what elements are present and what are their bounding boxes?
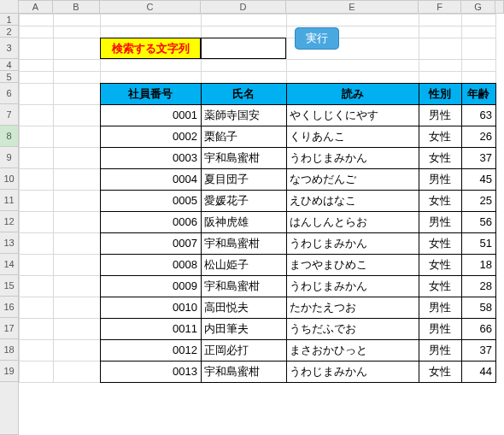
table-cell-name[interactable]: 宇和島蜜柑 [201,147,286,168]
table-cell-name[interactable]: 高田悦夫 [201,297,286,318]
search-input-cell[interactable] [201,38,286,59]
table-cell-gender[interactable]: 男性 [419,318,461,339]
column-header-G[interactable]: G [461,0,495,14]
table-cell-age[interactable]: 26 [461,126,495,147]
table-cell-age[interactable]: 51 [461,232,495,254]
search-input[interactable] [205,38,282,58]
row-header-11[interactable]: 11 [0,190,19,211]
table-cell-id[interactable]: 0009 [100,275,201,297]
table-cell-id[interactable]: 0007 [100,232,201,254]
table-cell-age[interactable]: 28 [461,275,495,297]
table-cell-age[interactable]: 37 [461,147,495,168]
table-cell-gender[interactable]: 男性 [419,339,461,361]
table-cell-age[interactable]: 37 [461,339,495,361]
column-header-A[interactable]: A [19,0,53,14]
table-cell-reading[interactable]: えひめはなこ [286,190,419,211]
table-cell-id[interactable]: 0010 [100,297,201,318]
row-header-5[interactable]: 5 [0,71,19,83]
table-cell-name[interactable]: 宇和島蜜柑 [201,232,286,254]
row-header-4[interactable]: 4 [0,59,19,71]
table-cell-reading[interactable]: やくしじくにやす [286,104,419,126]
column-header-B[interactable]: B [53,0,100,14]
row-header-16[interactable]: 16 [0,297,19,318]
table-cell-reading[interactable]: うちだふでお [286,318,419,339]
table-cell-name[interactable]: 正岡必打 [201,339,286,361]
table-cell-gender[interactable]: 男性 [419,168,461,190]
row-header-3[interactable]: 3 [0,38,19,59]
table-cell-id[interactable]: 0002 [100,126,201,147]
table-cell-name[interactable]: 宇和島蜜柑 [201,275,286,297]
table-cell-reading[interactable]: たかたえつお [286,297,419,318]
table-header-id[interactable]: 社員番号 [100,83,201,104]
table-header-age[interactable]: 年齢 [461,83,495,104]
table-cell-age[interactable]: 45 [461,168,495,190]
table-cell-reading[interactable]: まさおかひっと [286,339,419,361]
table-header-reading[interactable]: 読み [286,83,419,104]
column-header-E[interactable]: E [286,0,419,14]
row-header-17[interactable]: 17 [0,318,19,339]
table-cell-gender[interactable]: 女性 [419,190,461,211]
table-cell-id[interactable]: 0011 [100,318,201,339]
column-header-C[interactable]: C [100,0,201,14]
table-cell-name[interactable]: 内田筆夫 [201,318,286,339]
table-cell-age[interactable]: 58 [461,297,495,318]
table-cell-reading[interactable]: くりあんこ [286,126,419,147]
table-cell-id[interactable]: 0004 [100,168,201,190]
table-cell-reading[interactable]: まつやまひめこ [286,254,419,275]
table-cell-age[interactable]: 44 [461,361,495,382]
row-header-2[interactable]: 2 [0,26,19,38]
table-cell-gender[interactable]: 男性 [419,211,461,232]
table-cell-name[interactable]: 松山姫子 [201,254,286,275]
table-cell-id[interactable]: 0005 [100,190,201,211]
row-header-1[interactable]: 1 [0,14,19,26]
table-cell-gender[interactable]: 女性 [419,275,461,297]
row-header-15[interactable]: 15 [0,275,19,297]
table-cell-reading[interactable]: うわじまみかん [286,361,419,382]
table-cell-name[interactable]: 宇和島蜜柑 [201,361,286,382]
row-header-7[interactable]: 7 [0,104,19,126]
table-cell-gender[interactable]: 女性 [419,232,461,254]
table-header-gender[interactable]: 性別 [419,83,461,104]
table-cell-reading[interactable]: なつめだんご [286,168,419,190]
table-cell-name[interactable]: 薬師寺国安 [201,104,286,126]
column-header-D[interactable]: D [201,0,286,14]
table-cell-id[interactable]: 0006 [100,211,201,232]
table-cell-id[interactable]: 0008 [100,254,201,275]
table-cell-id[interactable]: 0003 [100,147,201,168]
row-header-8[interactable]: 8 [0,126,19,147]
table-cell-gender[interactable]: 女性 [419,361,461,382]
table-cell-name[interactable]: 愛媛花子 [201,190,286,211]
table-cell-gender[interactable]: 女性 [419,126,461,147]
table-cell-gender[interactable]: 男性 [419,104,461,126]
table-cell-age[interactable]: 63 [461,104,495,126]
column-header-F[interactable]: F [419,0,461,14]
table-cell-reading[interactable]: うわじまみかん [286,232,419,254]
row-header-14[interactable]: 14 [0,254,19,275]
table-cell-reading[interactable]: うわじまみかん [286,275,419,297]
row-header-13[interactable]: 13 [0,232,19,254]
table-cell-gender[interactable]: 女性 [419,147,461,168]
table-cell-age[interactable]: 18 [461,254,495,275]
table-cell-name[interactable]: 栗餡子 [201,126,286,147]
row-header-6[interactable]: 6 [0,83,19,104]
row-header-19[interactable]: 19 [0,361,19,382]
execute-button[interactable]: 実行 [295,27,339,50]
table-cell-id[interactable]: 0001 [100,104,201,126]
table-cell-age[interactable]: 25 [461,190,495,211]
table-cell-name[interactable]: 阪神虎雄 [201,211,286,232]
table-cell-id[interactable]: 0012 [100,339,201,361]
table-cell-gender[interactable]: 女性 [419,254,461,275]
row-header-10[interactable]: 10 [0,168,19,190]
table-header-name[interactable]: 氏名 [201,83,286,104]
row-header-12[interactable]: 12 [0,211,19,232]
row-header-18[interactable]: 18 [0,339,19,361]
table-cell-age[interactable]: 56 [461,211,495,232]
select-all-corner[interactable] [0,0,19,14]
table-cell-reading[interactable]: はんしんとらお [286,211,419,232]
table-cell-reading[interactable]: うわじまみかん [286,147,419,168]
table-cell-gender[interactable]: 男性 [419,297,461,318]
table-cell-name[interactable]: 夏目団子 [201,168,286,190]
table-cell-id[interactable]: 0013 [100,361,201,382]
table-cell-age[interactable]: 66 [461,318,495,339]
row-header-9[interactable]: 9 [0,147,19,168]
